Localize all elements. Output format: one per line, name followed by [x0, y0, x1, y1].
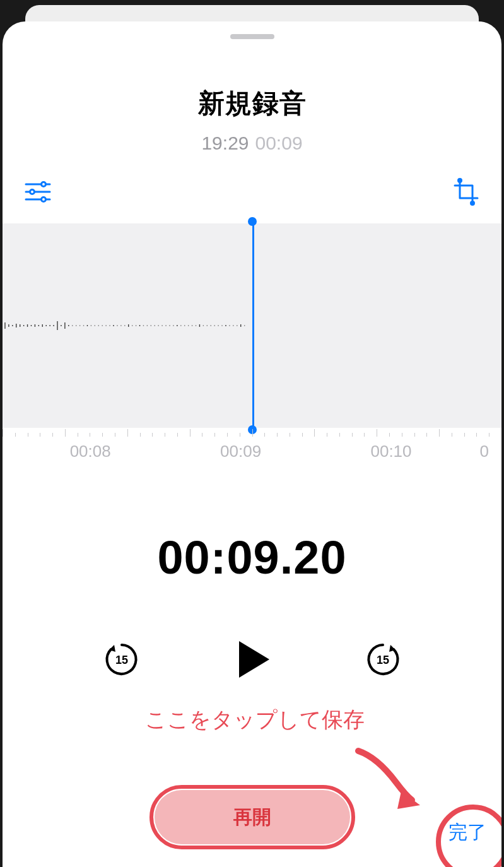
done-button[interactable]: 完了 [448, 820, 486, 846]
annotation-arrow-icon [352, 745, 434, 814]
svg-point-5 [42, 198, 46, 202]
playhead-line[interactable] [252, 218, 254, 433]
settings-sliders-icon[interactable] [24, 178, 52, 206]
timeline-label: 0 [466, 442, 489, 461]
svg-text:15: 15 [115, 654, 127, 666]
sheet-grabber[interactable] [230, 34, 274, 39]
resume-button-highlight: 再開 [155, 790, 350, 844]
recording-time: 19:29 [201, 133, 249, 153]
timeline-label: 00:09 [165, 442, 315, 461]
crop-trim-icon[interactable] [452, 178, 480, 206]
timeline-label: 00:10 [316, 442, 466, 461]
recording-sheet: 新規録音 19:2900:09 [3, 21, 501, 867]
svg-point-1 [42, 182, 46, 187]
recording-subline: 19:2900:09 [3, 133, 501, 154]
recording-title[interactable]: 新規録音 [3, 86, 501, 121]
timeline-label: 00:08 [15, 442, 165, 461]
done-label: 完了 [448, 822, 486, 842]
current-time-display: 00:09.20 [3, 531, 501, 584]
svg-point-6 [459, 179, 462, 182]
timeline-labels: 00:08 00:09 00:10 0 [3, 442, 501, 461]
play-button[interactable] [228, 635, 277, 684]
annotation-text: ここをタップして保存 [145, 705, 365, 734]
time-ruler [3, 428, 501, 437]
annotation-ring-icon [149, 785, 355, 849]
playhead-handle-top[interactable] [248, 217, 257, 226]
svg-point-3 [30, 190, 35, 194]
skip-forward-15-button[interactable]: 15 [365, 641, 401, 678]
waveform-trace [3, 316, 252, 335]
recording-duration: 00:09 [255, 133, 303, 153]
waveform-area[interactable] [3, 218, 501, 433]
svg-point-7 [471, 202, 474, 205]
svg-text:15: 15 [376, 654, 389, 666]
skip-back-15-button[interactable]: 15 [103, 641, 140, 678]
